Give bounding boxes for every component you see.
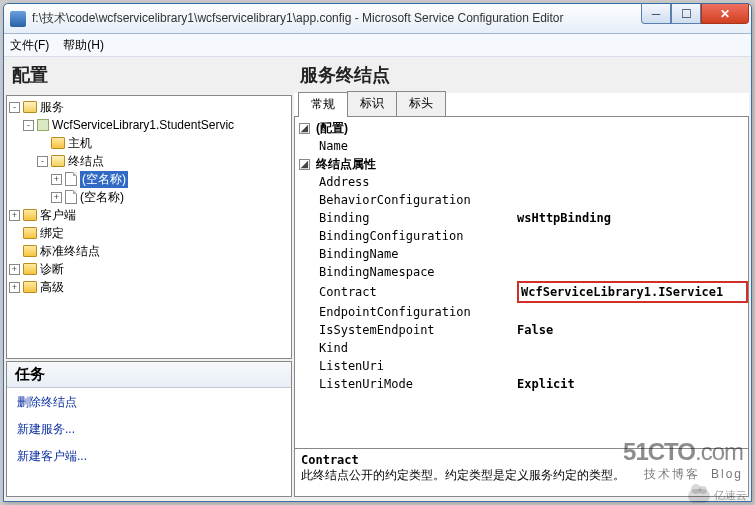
maximize-button[interactable]: ☐ (671, 4, 701, 24)
prop-bindingconfig-label[interactable]: BindingConfiguration (295, 229, 517, 243)
prop-contract-value[interactable]: WcfServiceLibrary1.IService1 (517, 281, 748, 303)
folder-icon (51, 137, 65, 149)
prop-kind-label[interactable]: Kind (295, 341, 517, 355)
collapse-icon[interactable]: ◢ (299, 159, 310, 170)
config-tree[interactable]: -服务 -WcfServiceLibrary1.StudentServic 主机… (6, 95, 292, 359)
folder-icon (23, 263, 37, 275)
folder-icon (23, 209, 37, 221)
prop-behaviorconfig-label[interactable]: BehaviorConfiguration (295, 193, 517, 207)
client-area: 配置 -服务 -WcfServiceLibrary1.StudentServic… (4, 57, 751, 499)
watermark-yisu: 亿速云 (688, 488, 747, 503)
config-header: 配置 (6, 59, 292, 93)
property-grid[interactable]: ◢(配置) Name ◢终结点属性 Address BehaviorConfig… (295, 117, 748, 434)
prop-address-label[interactable]: Address (295, 175, 517, 189)
close-button[interactable]: ✕ (701, 4, 749, 24)
page-icon (65, 172, 77, 186)
prop-listenurimode-value[interactable]: Explicit (517, 377, 748, 391)
prop-listenuri-label[interactable]: ListenUri (295, 359, 517, 373)
prop-bindingnamespace-label[interactable]: BindingNamespace (295, 265, 517, 279)
tree-services[interactable]: 服务 (40, 99, 64, 116)
tab-general[interactable]: 常规 (298, 92, 348, 117)
right-panel: 服务终结点 常规 标识 标头 ◢(配置) Name ◢终结点属性 Address… (294, 59, 749, 497)
tree-endpoints[interactable]: 终结点 (68, 153, 104, 170)
expand-icon[interactable]: + (9, 210, 20, 221)
folder-icon (23, 281, 37, 293)
prop-issystemendpoint-value[interactable]: False (517, 323, 748, 337)
tree-client[interactable]: 客户端 (40, 207, 76, 224)
folder-icon (23, 245, 37, 257)
collapse-icon[interactable]: - (23, 120, 34, 131)
menu-help[interactable]: 帮助(H) (63, 37, 104, 54)
service-icon (37, 119, 49, 131)
tabs: 常规 标识 标头 (294, 93, 749, 117)
tab-headers[interactable]: 标头 (396, 91, 446, 116)
folder-icon (23, 227, 37, 239)
category-config: (配置) (316, 120, 348, 137)
collapse-icon[interactable]: - (37, 156, 48, 167)
tree-binding[interactable]: 绑定 (40, 225, 64, 242)
expand-icon[interactable]: + (9, 282, 20, 293)
prop-binding-value[interactable]: wsHttpBinding (517, 211, 748, 225)
folder-icon (23, 101, 37, 113)
task-new-service[interactable]: 新建服务... (17, 421, 281, 438)
titlebar[interactable]: f:\技术\code\wcfservicelibrary1\wcfservice… (4, 4, 751, 34)
tree-diag[interactable]: 诊断 (40, 261, 64, 278)
prop-bindingname-label[interactable]: BindingName (295, 247, 517, 261)
expand-icon[interactable]: + (51, 192, 62, 203)
folder-icon (51, 155, 65, 167)
menu-file[interactable]: 文件(F) (10, 37, 49, 54)
prop-name-label[interactable]: Name (295, 139, 517, 153)
task-delete-endpoint[interactable]: 删除终结点 (17, 394, 281, 411)
category-endpoint-attrs: 终结点属性 (316, 156, 376, 173)
window-buttons: ─ ☐ ✕ (641, 4, 749, 24)
cloud-icon (688, 489, 710, 503)
endpoint-header: 服务终结点 (294, 59, 749, 93)
prop-contract-label[interactable]: Contract (295, 285, 517, 299)
tab-identity[interactable]: 标识 (347, 91, 397, 116)
page-icon (65, 190, 77, 204)
watermark-51cto: 51CTO.com 技术博客 Blog (623, 438, 743, 483)
left-panel: 配置 -服务 -WcfServiceLibrary1.StudentServic… (6, 59, 292, 497)
tree-standard-endpoints[interactable]: 标准终结点 (40, 243, 100, 260)
expand-icon[interactable]: + (51, 174, 62, 185)
tree-service-item[interactable]: WcfServiceLibrary1.StudentServic (52, 118, 234, 132)
prop-endpointconfig-label[interactable]: EndpointConfiguration (295, 305, 517, 319)
tree-endpoint-selected[interactable]: (空名称) (80, 171, 128, 188)
app-window: f:\技术\code\wcfservicelibrary1\wcfservice… (3, 3, 752, 502)
prop-listenurimode-label[interactable]: ListenUriMode (295, 377, 517, 391)
collapse-icon[interactable]: - (9, 102, 20, 113)
tree-endpoint[interactable]: (空名称) (80, 189, 124, 206)
collapse-icon[interactable]: ◢ (299, 123, 310, 134)
tasks-header: 任务 (7, 362, 291, 388)
window-title: f:\技术\code\wcfservicelibrary1\wcfservice… (32, 10, 641, 27)
prop-binding-label[interactable]: Binding (295, 211, 517, 225)
app-icon (10, 11, 26, 27)
expand-icon[interactable]: + (9, 264, 20, 275)
tasks-panel: 任务 删除终结点 新建服务... 新建客户端... (6, 361, 292, 497)
prop-issystemendpoint-label[interactable]: IsSystemEndpoint (295, 323, 517, 337)
menubar: 文件(F) 帮助(H) (4, 34, 751, 57)
task-new-client[interactable]: 新建客户端... (17, 448, 281, 465)
tree-host[interactable]: 主机 (68, 135, 92, 152)
minimize-button[interactable]: ─ (641, 4, 671, 24)
tree-adv[interactable]: 高级 (40, 279, 64, 296)
